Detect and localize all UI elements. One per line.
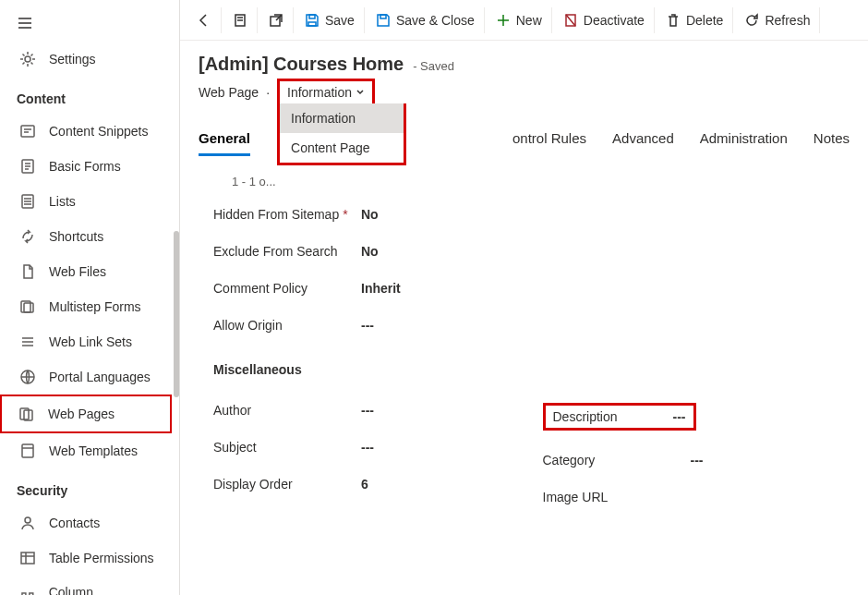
sidebar-item-web-templates[interactable]: Web Templates [0, 433, 179, 468]
svg-rect-5 [24, 303, 33, 312]
tab-administration[interactable]: Administration [700, 123, 788, 156]
sidebar-item-shortcuts[interactable]: Shortcuts [0, 219, 179, 254]
save-close-button[interactable]: Save & Close [367, 7, 485, 33]
field-label: Hidden From Sitemap * [213, 207, 361, 222]
sidebar-item-content-snippets[interactable]: Content Snippets [0, 114, 179, 149]
trash-icon [666, 13, 681, 28]
field-label: Description [553, 409, 618, 424]
section-header-content: Content [0, 77, 179, 114]
delete-button[interactable]: Delete [657, 7, 733, 33]
column-perm-icon [19, 591, 36, 595]
toolbar-label: Delete [686, 13, 723, 28]
sidebar-item-web-link-sets[interactable]: Web Link Sets [0, 324, 179, 359]
field-label: Category [543, 453, 691, 468]
sidebar-item-lists[interactable]: Lists [0, 184, 179, 219]
sidebar-item-label: Web Templates [49, 443, 138, 458]
field-image-url[interactable]: Image URL [543, 479, 836, 516]
person-icon [19, 515, 36, 531]
refresh-icon [744, 13, 759, 28]
refresh-button[interactable]: Refresh [735, 7, 820, 33]
field-value: --- [673, 409, 686, 424]
tab-notes[interactable]: Notes [814, 123, 850, 156]
misc-left-col: Author --- Subject --- Display Order 6 [213, 392, 506, 516]
svg-rect-18 [380, 15, 386, 18]
sidebar-item-label: Web Pages [48, 407, 115, 421]
form-icon [19, 158, 36, 175]
gear-icon [19, 51, 36, 67]
tab-control-rules[interactable]: ontrol Rules [512, 123, 586, 156]
shortcut-icon [19, 228, 36, 245]
sidebar-item-label: Column Permissio... [49, 585, 163, 595]
toolbar-overflow-button[interactable] [842, 7, 861, 33]
field-exclude-search[interactable]: Exclude From Search No [213, 233, 835, 270]
field-category[interactable]: Category --- [543, 442, 836, 479]
save-close-icon [376, 13, 391, 28]
sidebar-item-portal-languages[interactable]: Portal Languages [0, 359, 179, 395]
back-arrow-icon [197, 13, 211, 28]
sidebar-item-table-permissions[interactable]: Table Permissions [0, 540, 179, 576]
sidebar-item-web-pages[interactable]: Web Pages [0, 395, 172, 433]
field-label: Author [213, 403, 361, 418]
sidebar-item-label: Content Snippets [49, 124, 148, 139]
deactivate-icon [563, 13, 578, 28]
svg-rect-16 [309, 15, 315, 18]
sidebar-item-multistep-forms[interactable]: Multistep Forms [0, 289, 179, 324]
save-button[interactable]: Save [295, 7, 365, 33]
form-selector-label: Information [287, 85, 352, 100]
back-button[interactable] [187, 7, 222, 33]
form-dropdown-menu: Information Content Page [277, 103, 406, 165]
form-body: 1 - 1 o... Hidden From Sitemap * No Excl… [180, 156, 868, 595]
sidebar-item-column-permissions[interactable]: Column Permissio... [0, 576, 179, 595]
field-value: --- [361, 440, 374, 455]
svg-rect-1 [21, 126, 34, 137]
sidebar-item-label: Web Files [49, 264, 106, 279]
toolbar-label: Save & Close [396, 13, 475, 28]
sidebar-item-contacts[interactable]: Contacts [0, 505, 179, 540]
tab-general[interactable]: General [199, 123, 250, 156]
field-allow-origin[interactable]: Allow Origin --- [213, 307, 835, 344]
snippet-icon [19, 123, 36, 140]
field-hidden-sitemap[interactable]: Hidden From Sitemap * No [213, 196, 835, 233]
field-value: --- [691, 453, 704, 468]
sidebar-item-label: Basic Forms [49, 159, 121, 174]
field-label: Exclude From Search [213, 244, 361, 259]
field-label: Comment Policy [213, 281, 361, 296]
dropdown-item-information[interactable]: Information [280, 103, 404, 133]
field-subject[interactable]: Subject --- [213, 429, 506, 466]
field-author[interactable]: Author --- [213, 392, 506, 429]
svg-rect-11 [21, 552, 34, 564]
field-comment-policy[interactable]: Comment Policy Inherit [213, 270, 835, 307]
field-display-order[interactable]: Display Order 6 [213, 466, 506, 503]
file-icon [19, 263, 36, 280]
field-value: No [361, 244, 379, 259]
open-new-window-button[interactable] [259, 7, 294, 33]
sidebar-scrollbar[interactable] [174, 231, 179, 397]
sidebar-item-basic-forms[interactable]: Basic Forms [0, 149, 179, 184]
toolbar-label: Refresh [765, 13, 810, 28]
sidebar-item-label: Shortcuts [49, 229, 103, 244]
field-description[interactable]: Description --- [543, 403, 696, 431]
field-description-row: Description --- [543, 392, 836, 442]
form-selector-toolbar[interactable] [223, 7, 258, 33]
form-icon [233, 13, 247, 28]
pages-icon [18, 406, 35, 422]
field-value: No [361, 207, 379, 222]
dropdown-item-content-page[interactable]: Content Page [280, 133, 404, 163]
sidebar-item-label: Portal Languages [49, 370, 151, 384]
sidebar-item-label: Settings [49, 52, 96, 67]
table-perm-icon [19, 550, 36, 566]
sidebar-item-label: Multistep Forms [49, 299, 141, 314]
svg-point-0 [25, 56, 30, 62]
sidebar-item-label: Table Permissions [49, 551, 154, 565]
page-header: [Admin] Courses Home - Saved Web Page · … [180, 41, 868, 112]
sidebar-item-settings[interactable]: Settings [0, 42, 179, 77]
form-selector-dropdown[interactable]: Information Information Content Page [277, 79, 375, 106]
tab-advanced[interactable]: Advanced [612, 123, 674, 156]
hamburger-button[interactable] [0, 7, 179, 42]
toolbar: Save Save & Close New Deactivate Delete … [180, 0, 868, 41]
new-button[interactable]: New [487, 7, 552, 33]
toolbar-label: Deactivate [584, 13, 645, 28]
sidebar-item-web-files[interactable]: Web Files [0, 254, 179, 289]
template-icon [19, 443, 36, 459]
deactivate-button[interactable]: Deactivate [554, 7, 655, 33]
